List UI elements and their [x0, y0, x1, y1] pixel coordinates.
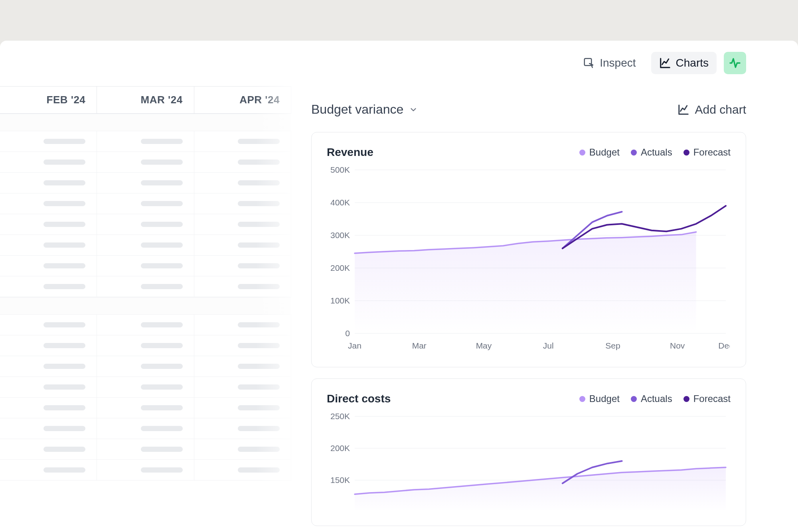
placeholder-bar — [238, 180, 280, 185]
legend-dot — [579, 396, 585, 402]
add-chart-label: Add chart — [695, 103, 746, 116]
legend-label: Forecast — [693, 147, 731, 158]
placeholder-bar — [141, 284, 183, 289]
charts-panel-header: Budget variance Add chart — [311, 102, 746, 117]
inspect-button[interactable]: Inspect — [575, 52, 644, 74]
chart-title: Revenue — [327, 146, 373, 159]
legend-dot — [631, 396, 637, 402]
placeholder-bar — [238, 139, 280, 144]
placeholder-bar — [43, 263, 85, 268]
month-header-cell: MAR '24 — [97, 87, 194, 113]
table-row — [0, 256, 291, 276]
section-gap — [0, 297, 291, 315]
panel-title: Budget variance — [311, 102, 403, 117]
line-chart-icon — [659, 57, 671, 69]
svg-text:Sep: Sep — [605, 341, 620, 350]
chart-legend: BudgetActualsForecast — [579, 393, 731, 404]
table-cell — [0, 315, 97, 335]
placeholder-bar — [43, 447, 85, 452]
table-cell — [0, 398, 97, 418]
table-cell — [0, 377, 97, 397]
svg-text:400K: 400K — [330, 198, 350, 207]
placeholder-bar — [238, 242, 280, 248]
chart-header: Direct costs BudgetActualsForecast — [327, 392, 731, 405]
table-row — [0, 173, 291, 193]
legend-label: Budget — [589, 393, 620, 404]
table-row — [0, 377, 291, 398]
table-cell — [194, 377, 291, 397]
table-cell — [0, 439, 97, 459]
month-header-row: FEB '24 MAR '24 APR '24 — [0, 86, 291, 114]
table-cell — [194, 173, 291, 193]
svg-text:250K: 250K — [330, 412, 350, 421]
svg-text:200K: 200K — [330, 263, 350, 272]
placeholder-bar — [238, 322, 280, 327]
placeholder-bar — [238, 222, 280, 227]
table-row — [0, 235, 291, 256]
table-cell — [194, 398, 291, 418]
chart-svg: 150K200K250K — [327, 408, 730, 512]
placeholder-bar — [238, 467, 280, 473]
table-cell — [194, 439, 291, 459]
placeholder-bar — [141, 139, 183, 144]
placeholder-bar — [43, 139, 85, 144]
budget-variance-dropdown[interactable]: Budget variance — [311, 102, 418, 117]
table-cell — [97, 193, 194, 214]
data-grid-panel: FEB '24 MAR '24 APR '24 — [0, 86, 291, 532]
chart-card: Revenue BudgetActualsForecast 0100K200K3… — [311, 132, 746, 367]
table-cell — [0, 214, 97, 234]
placeholder-bar — [238, 263, 280, 268]
placeholder-bar — [238, 384, 280, 390]
placeholder-bar — [238, 364, 280, 369]
table-cell — [97, 418, 194, 439]
placeholder-bar — [43, 201, 85, 206]
legend-dot — [579, 150, 585, 156]
activity-button[interactable] — [724, 52, 746, 74]
placeholder-bar — [43, 180, 85, 185]
charts-tab[interactable]: Charts — [651, 52, 717, 74]
legend-dot — [683, 396, 689, 402]
chart-legend: BudgetActualsForecast — [579, 147, 731, 158]
placeholder-bar — [43, 242, 85, 248]
table-row — [0, 193, 291, 214]
svg-text:150K: 150K — [330, 475, 350, 485]
table-cell — [97, 256, 194, 276]
table-cell — [97, 398, 194, 418]
placeholder-bar — [43, 322, 85, 327]
legend-item: Actuals — [631, 393, 672, 404]
placeholder-bar — [141, 343, 183, 348]
placeholder-bar — [43, 364, 85, 369]
svg-text:0: 0 — [345, 329, 350, 338]
inspect-label: Inspect — [600, 57, 636, 69]
legend-label: Forecast — [693, 393, 731, 404]
placeholder-bar — [141, 201, 183, 206]
legend-item: Actuals — [631, 147, 672, 158]
table-row — [0, 315, 291, 335]
table-cell — [194, 256, 291, 276]
svg-text:Mar: Mar — [412, 341, 427, 350]
svg-text:300K: 300K — [330, 231, 350, 240]
placeholder-bar — [238, 343, 280, 348]
svg-text:200K: 200K — [330, 443, 350, 453]
placeholder-bar — [43, 222, 85, 227]
placeholder-bar — [141, 242, 183, 248]
table-cell — [0, 335, 97, 356]
table-row — [0, 418, 291, 439]
table-cell — [97, 377, 194, 397]
legend-item: Forecast — [683, 393, 731, 404]
add-chart-button[interactable]: Add chart — [678, 103, 746, 116]
charts-label: Charts — [676, 57, 709, 69]
table-row — [0, 335, 291, 356]
table-cell — [97, 460, 194, 480]
skeleton-group — [0, 114, 291, 481]
table-cell — [0, 256, 97, 276]
placeholder-bar — [43, 467, 85, 473]
chart-svg: 0100K200K300K400K500KJanMarMayJulSepNovD… — [327, 162, 730, 353]
placeholder-bar — [141, 180, 183, 185]
placeholder-bar — [238, 284, 280, 289]
line-chart-icon — [678, 104, 689, 116]
table-cell — [0, 152, 97, 172]
table-cell — [97, 131, 194, 152]
svg-text:500K: 500K — [330, 165, 350, 174]
charts-panel: Budget variance Add chart Revenue Budget… — [291, 86, 798, 532]
